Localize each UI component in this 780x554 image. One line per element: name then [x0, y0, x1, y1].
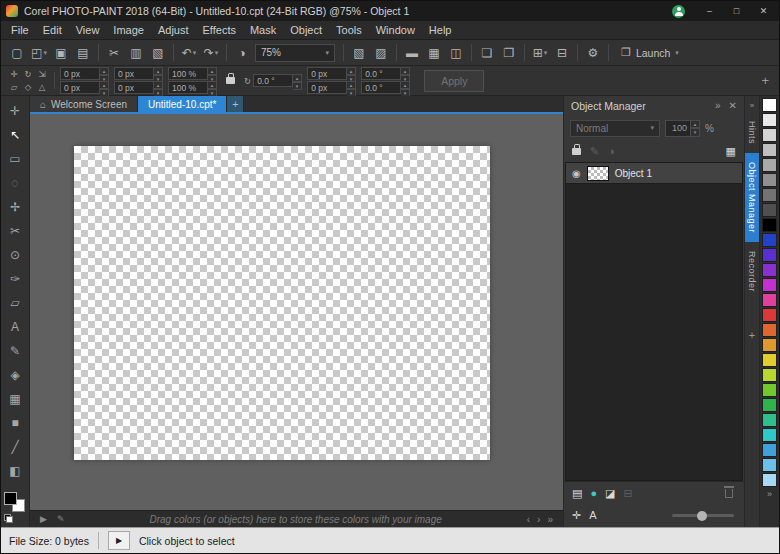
center-field-1[interactable]: 0 px▴▾: [307, 81, 356, 94]
object-row[interactable]: ◉ Object 1: [566, 163, 742, 184]
spin-up-icon[interactable]: ▴: [154, 67, 163, 75]
palette-swatch-7[interactable]: [762, 203, 777, 217]
mask-transform-tool[interactable]: ✛: [3, 99, 27, 123]
blend-mode-select[interactable]: Normal ▾: [570, 120, 660, 137]
menu-effects[interactable]: Effects: [196, 22, 243, 38]
menu-adjust[interactable]: Adjust: [151, 22, 196, 38]
palette-swatch-13[interactable]: [762, 293, 777, 307]
magic-wand-mask-tool[interactable]: ✢: [3, 195, 27, 219]
palette-swatch-4[interactable]: [762, 158, 777, 172]
expand-palette-icon[interactable]: ▶: [40, 514, 47, 524]
menu-tools[interactable]: Tools: [329, 22, 369, 38]
lock-transparency-icon[interactable]: [572, 148, 581, 155]
close-button[interactable]: ✕: [753, 3, 774, 19]
text-tool[interactable]: A: [3, 315, 27, 339]
palette-swatch-21[interactable]: [762, 413, 777, 427]
document-image[interactable]: [74, 146, 490, 460]
skew-field-0[interactable]: 0.0 °▴▾: [361, 67, 410, 80]
position-field-0[interactable]: 0 px▴▾: [60, 67, 109, 80]
skew-mode-icon[interactable]: ▱: [7, 81, 21, 94]
opacity-field[interactable]: 100 ▴ ▾: [665, 120, 700, 137]
palette-swatch-1[interactable]: [762, 113, 777, 127]
menu-image[interactable]: Image: [106, 22, 151, 38]
copy-icon[interactable]: ▥: [126, 43, 146, 63]
eraser-tool[interactable]: ▱: [3, 291, 27, 315]
rotation-field-0[interactable]: 0.0 °▴▾: [253, 74, 302, 87]
snap-to-icon[interactable]: ⊞▾: [530, 43, 550, 63]
slider-thumb[interactable]: [697, 511, 707, 521]
edit-palette-icon[interactable]: ✎: [57, 514, 65, 524]
perspective-mode-icon[interactable]: △: [35, 81, 49, 94]
menu-window[interactable]: Window: [369, 22, 422, 38]
palette-flyout-icon[interactable]: »: [767, 489, 772, 499]
distort-mode-icon[interactable]: ◇: [21, 81, 35, 94]
palette-swatch-20[interactable]: [762, 398, 777, 412]
object-position-icon[interactable]: ✛: [572, 510, 581, 521]
scale-field-1[interactable]: 100 %▴▾: [168, 81, 217, 94]
zoom-tool[interactable]: ⊙: [3, 243, 27, 267]
menu-file[interactable]: File: [4, 22, 36, 38]
customize-plus-icon[interactable]: +: [761, 73, 773, 88]
docker-flyout-icon[interactable]: »: [715, 100, 721, 111]
line-tool[interactable]: ╱: [3, 435, 27, 459]
document-properties-icon[interactable]: ❐: [499, 43, 519, 63]
ruler-toggle-icon[interactable]: ▬: [402, 43, 422, 63]
new-object-icon[interactable]: ▤: [572, 488, 582, 499]
palette-forward-icon[interactable]: ›: [537, 514, 540, 525]
palette-swatch-25[interactable]: [762, 473, 777, 487]
palette-swatch-12[interactable]: [762, 278, 777, 292]
minimize-button[interactable]: –: [699, 3, 720, 19]
redo-icon[interactable]: ↷▾: [201, 43, 221, 63]
save-icon[interactable]: ▣: [51, 43, 71, 63]
menu-view[interactable]: View: [69, 22, 107, 38]
thumbnail-options-icon[interactable]: ▦: [726, 146, 736, 157]
spin-down-icon[interactable]: ▾: [293, 82, 302, 90]
launch-button[interactable]: ❐ Launch ▾: [614, 43, 686, 63]
paint-color-swatch[interactable]: [4, 492, 17, 505]
size-field-1[interactable]: 0 px▴▾: [114, 81, 163, 94]
show-mask-marquee-icon[interactable]: ▧: [349, 43, 369, 63]
lasso-mask-tool[interactable]: ◌: [3, 171, 27, 195]
zoom-level-select[interactable]: 75% ▾: [255, 44, 335, 62]
visibility-eye-icon[interactable]: ◉: [572, 168, 581, 179]
palette-swatch-9[interactable]: [762, 233, 777, 247]
grid-toggle-icon[interactable]: ▦: [424, 43, 444, 63]
scale-mode-icon[interactable]: ⇲: [35, 68, 49, 81]
palette-back-icon[interactable]: ‹: [527, 514, 530, 525]
spin-up-icon[interactable]: ▴: [401, 67, 410, 75]
edit-all-objects-icon[interactable]: ✎: [590, 146, 599, 157]
new-window-icon[interactable]: ❏: [477, 43, 497, 63]
options-gear-icon[interactable]: ⚙: [583, 43, 603, 63]
fullscreen-preview-icon[interactable]: ◑: [232, 43, 252, 63]
new-lens-icon[interactable]: ●: [590, 488, 597, 499]
position-field-1[interactable]: 0 px▴▾: [60, 81, 109, 94]
tab-document[interactable]: Untitled-10.cpt*: [138, 96, 227, 112]
palette-more-icon[interactable]: »: [547, 514, 553, 525]
size-field-0[interactable]: 0 px▴▾: [114, 67, 163, 80]
add-clip-mask-icon[interactable]: ◪: [605, 488, 615, 499]
undo-icon[interactable]: ↶▾: [179, 43, 199, 63]
reset-colors-icon[interactable]: [4, 514, 13, 523]
menu-object[interactable]: Object: [283, 22, 329, 38]
palette-swatch-10[interactable]: [762, 248, 777, 262]
spin-up-icon[interactable]: ▴: [208, 67, 217, 75]
effect-tool[interactable]: ◈: [3, 363, 27, 387]
spin-up-icon[interactable]: ▴: [100, 67, 109, 75]
spin-down-icon[interactable]: ▾: [691, 128, 700, 137]
side-tab-object-manager[interactable]: Object Manager: [745, 153, 760, 242]
show-object-marquee-icon[interactable]: ▨: [371, 43, 391, 63]
palette-swatch-6[interactable]: [762, 188, 777, 202]
menu-help[interactable]: Help: [422, 22, 459, 38]
tab-welcome-screen[interactable]: ⌂ Welcome Screen: [30, 96, 138, 112]
print-icon[interactable]: ▤: [73, 43, 93, 63]
spin-up-icon[interactable]: ▴: [691, 120, 700, 129]
palette-swatch-17[interactable]: [762, 353, 777, 367]
skew-field-1[interactable]: 0.0 °▴▾: [361, 81, 410, 94]
maximize-button[interactable]: □: [726, 3, 747, 19]
spin-up-icon[interactable]: ▴: [347, 81, 356, 89]
side-tab-recorder[interactable]: Recorder: [745, 242, 760, 301]
pick-tool[interactable]: ↖: [3, 123, 27, 147]
docker-collapse-icon[interactable]: »: [750, 98, 754, 112]
spin-up-icon[interactable]: ▴: [401, 81, 410, 89]
palette-swatch-5[interactable]: [762, 173, 777, 187]
